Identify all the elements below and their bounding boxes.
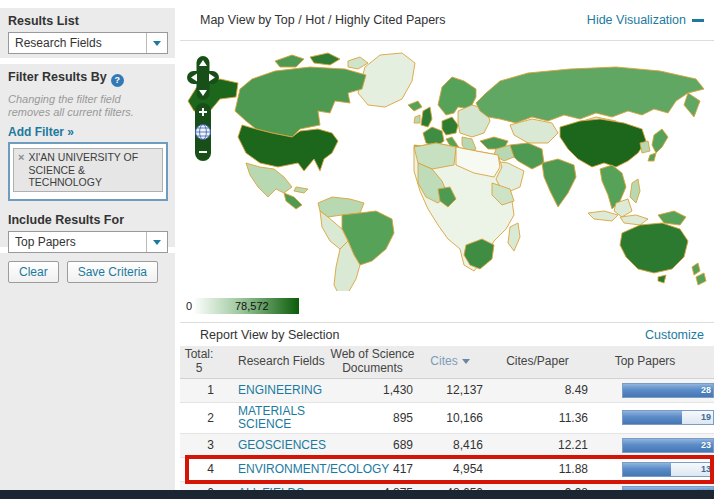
top-papers-value: 23	[701, 440, 711, 451]
actions-panel: Clear Save Criteria	[0, 253, 175, 490]
top-papers-cell: 28	[590, 383, 714, 398]
remove-filter-icon[interactable]: ×	[18, 151, 24, 164]
field-cell: ENGINEERING	[218, 384, 330, 397]
table-header-row: Total: 5 Research Fields Web of Science …	[180, 346, 714, 379]
report-table: Total: 5 Research Fields Web of Science …	[180, 346, 714, 499]
cites-per-paper-cell: 8.49	[485, 383, 590, 397]
total-header: Total: 5	[180, 346, 218, 378]
docs-cell: 689	[330, 438, 415, 452]
column-cites[interactable]: Cites	[415, 353, 485, 371]
column-cites-per-paper[interactable]: Cites/Paper	[485, 353, 590, 371]
add-filter-link[interactable]: Add Filter »	[0, 122, 175, 141]
top-papers-cell: 19	[590, 410, 714, 425]
docs-cell: 417	[330, 462, 415, 476]
column-wos-documents[interactable]: Web of Science Documents	[330, 346, 415, 378]
footer-bar	[0, 490, 714, 499]
country-shape	[442, 117, 458, 135]
map-view-title: Map View by Top / Hot / Highly Cited Pap…	[200, 13, 446, 27]
top-papers-bar: 23	[622, 438, 714, 453]
chevron-down-icon	[146, 33, 167, 53]
filter-panel: Filter Results By? Changing the filter f…	[0, 64, 175, 247]
report-table-body: 1ENGINEERING1,43012,1378.49282MATERIALS …	[180, 379, 714, 499]
country-shape	[692, 263, 700, 275]
map-legend: 0 78,572	[180, 296, 714, 318]
top-papers-value: 13	[701, 464, 711, 475]
minus-icon	[692, 19, 704, 22]
field-link[interactable]: GEOSCIENCES	[238, 438, 326, 452]
country-shape	[620, 223, 688, 273]
map-zoom-control[interactable]	[194, 103, 212, 161]
table-row: 2MATERIALS SCIENCE89510,16611.3619	[180, 403, 714, 434]
include-results-label: Include Results For	[0, 201, 175, 231]
top-papers-cell: 13	[590, 462, 714, 477]
field-cell: MATERIALS SCIENCE	[218, 405, 330, 431]
country-shape	[658, 275, 666, 283]
field-cell: ENVIRONMENT/ECOLOGY	[218, 463, 330, 476]
filter-list-box[interactable]: × XI'AN UNIVERSITY OF SCIENCE & TECHNOLO…	[8, 142, 168, 201]
country-shape	[408, 101, 422, 111]
map-pan-control[interactable]	[187, 56, 219, 100]
filter-results-by-label: Filter Results By?	[0, 64, 175, 91]
rank-cell: 4	[180, 462, 218, 476]
rank-cell: 3	[180, 438, 218, 452]
cites-cell: 12,137	[415, 383, 485, 397]
country-shape	[560, 119, 646, 167]
world-map-area	[180, 41, 714, 291]
table-row: 4ENVIRONMENT/ECOLOGY4174,95411.8813	[180, 458, 714, 482]
legend-min: 0	[186, 300, 192, 312]
filter-note: Changing the filter field removes all cu…	[0, 91, 175, 123]
cites-cell: 10,166	[415, 411, 485, 425]
hide-visualization-link[interactable]: Hide Visualization	[587, 13, 704, 27]
country-shape	[414, 115, 420, 123]
top-papers-bar: 19	[622, 410, 714, 425]
rank-cell: 1	[180, 383, 218, 397]
country-shape	[476, 67, 704, 123]
top-papers-cell: 23	[590, 438, 714, 453]
report-view-title: Report View by Selection	[200, 328, 339, 342]
country-shape	[684, 93, 700, 117]
field-link[interactable]: MATERIALS SCIENCE	[238, 404, 305, 431]
top-papers-value: 19	[701, 412, 711, 423]
country-shape	[630, 179, 640, 203]
country-shape	[620, 215, 648, 225]
rank-cell: 2	[180, 411, 218, 425]
map-panel-header: Map View by Top / Hot / Highly Cited Pap…	[180, 0, 714, 41]
include-results-select[interactable]: Top Papers	[8, 231, 168, 253]
sort-arrow-icon	[462, 359, 470, 364]
cites-per-paper-cell: 12.21	[485, 438, 590, 452]
country-shape	[648, 153, 656, 161]
results-list-select[interactable]: Research Fields	[8, 32, 168, 54]
country-shape	[294, 187, 308, 193]
country-shape	[275, 55, 304, 67]
filter-tag: × XI'AN UNIVERSITY OF SCIENCE & TECHNOLO…	[13, 148, 163, 192]
country-shape	[508, 223, 520, 251]
country-shape	[510, 143, 544, 169]
country-shape	[588, 211, 618, 221]
legend-max: 78,572	[235, 300, 269, 312]
report-header: Report View by Selection Customize	[180, 322, 714, 347]
cites-cell: 8,416	[415, 438, 485, 452]
customize-link[interactable]: Customize	[645, 328, 704, 342]
country-shape	[421, 107, 432, 127]
field-link[interactable]: ENGINEERING	[238, 383, 322, 397]
top-papers-bar: 28	[622, 383, 714, 398]
results-list-label: Results List	[0, 8, 175, 32]
cites-cell: 4,954	[415, 462, 485, 476]
save-criteria-button[interactable]: Save Criteria	[67, 261, 158, 283]
table-row: 1ENGINEERING1,43012,1378.4928	[180, 379, 714, 403]
country-shape	[652, 129, 668, 153]
world-map[interactable]	[180, 41, 714, 291]
filter-tag-label: XI'AN UNIVERSITY OF SCIENCE & TECHNOLOGY	[28, 151, 158, 189]
clear-button[interactable]: Clear	[8, 261, 59, 283]
esi-page: Results List Research Fields Filter Resu…	[0, 0, 714, 499]
column-top-papers[interactable]: Top Papers	[590, 353, 714, 371]
country-shape	[284, 193, 302, 209]
cites-per-paper-cell: 11.88	[485, 462, 590, 476]
country-shape	[246, 163, 292, 197]
docs-cell: 895	[330, 411, 415, 425]
field-cell: GEOSCIENCES	[218, 439, 330, 452]
results-list-selected: Research Fields	[9, 36, 146, 50]
country-shape	[696, 273, 706, 285]
help-icon[interactable]: ?	[111, 74, 124, 87]
country-shape	[235, 67, 366, 137]
